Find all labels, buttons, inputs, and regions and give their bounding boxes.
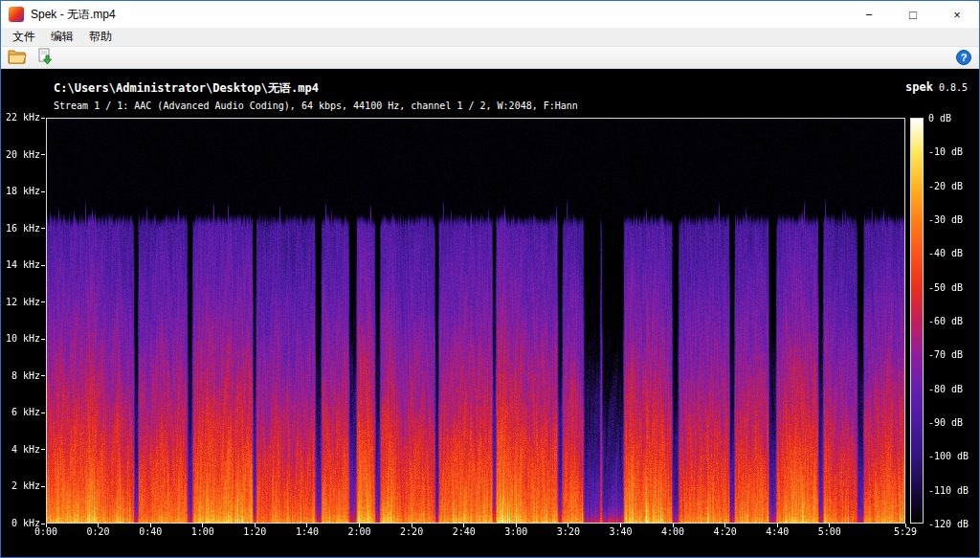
freq-tick [41,191,45,192]
db-legend-bar [910,118,924,524]
time-label: 4:40 [766,527,789,537]
time-tick [359,524,360,527]
db-label: -110 dB [928,486,969,496]
spectrogram-plot [46,118,905,524]
db-label: -30 dB [928,215,963,225]
app-version: 0.8.5 [939,82,968,93]
freq-label: 6 kHz [1,408,40,417]
save-button[interactable] [36,48,54,68]
spectrogram-panel: C:\Users\Administrator\Desktop\无语.mp4 sp… [1,69,979,557]
toolbar: ? [1,47,979,69]
time-tick [463,524,464,527]
db-label: -60 dB [928,317,963,326]
freq-tick [41,301,45,302]
spek-window: Spek - 无语.mp4 − □ × 文件编辑帮助 [0,0,980,558]
stream-info: Stream 1 / 1: AAC (Advanced Audio Coding… [54,100,578,111]
help-button[interactable]: ? [956,50,971,65]
time-label: 3:20 [557,527,580,537]
window-controls: − □ × [847,1,979,28]
freq-tick [41,118,45,119]
time-label: 5:29 [894,527,917,537]
close-button[interactable]: × [935,1,979,28]
app-name: spek [905,80,933,94]
time-label: 4:00 [661,527,684,537]
time-label: 5:00 [818,527,841,537]
db-label: -10 dB [928,147,963,157]
file-path: C:\Users\Administrator\Desktop\无语.mp4 [54,80,319,97]
save-icon [36,48,54,68]
menu-help[interactable]: 帮助 [81,27,120,47]
time-label: 2:40 [453,527,476,537]
time-tick [412,524,412,527]
db-label: -80 dB [928,385,963,394]
db-label: -20 dB [928,182,963,191]
time-tick [673,524,674,527]
open-file-button[interactable] [8,49,27,67]
time-tick [620,524,621,527]
time-tick [46,524,47,527]
time-label: 0:40 [139,527,162,537]
time-tick [202,524,203,527]
freq-label: 22 kHz [1,113,40,123]
time-tick [150,524,151,527]
db-label: -120 dB [928,520,969,529]
time-tick [568,524,568,527]
menubar: 文件编辑帮助 [1,28,979,47]
db-label: -90 dB [928,418,963,428]
freq-tick [41,375,45,376]
app-icon [9,7,24,22]
time-label: 1:40 [296,527,319,537]
time-label: 1:20 [243,527,266,537]
titlebar: Spek - 无语.mp4 − □ × [1,1,979,28]
time-label: 2:00 [347,527,370,537]
time-label: 0:20 [87,527,110,537]
time-tick [777,524,778,527]
time-label: 1:00 [191,527,214,537]
freq-label: 20 kHz [1,150,40,160]
freq-label: 12 kHz [1,298,40,307]
time-tick [724,524,725,527]
freq-label: 14 kHz [1,260,40,270]
db-label: -100 dB [928,452,969,461]
menu-file[interactable]: 文件 [5,27,43,47]
freq-tick [41,449,45,450]
db-label: -50 dB [928,283,963,293]
freq-tick [41,228,45,229]
db-label: -40 dB [928,249,963,258]
time-tick [306,524,307,527]
menu-edit[interactable]: 编辑 [43,27,81,47]
freq-label: 4 kHz [1,445,40,455]
freq-tick [41,413,45,413]
time-label: 3:00 [504,527,527,537]
time-tick [516,524,517,527]
freq-label: 10 kHz [1,334,40,344]
app-brand: spek 0.8.5 [905,80,968,94]
time-tick [255,524,256,527]
minimize-button[interactable]: − [847,1,891,28]
time-label: 0:00 [34,527,57,537]
time-tick [905,524,906,527]
open-folder-icon [8,49,27,67]
db-label: -70 dB [928,350,963,360]
freq-label: 2 kHz [1,481,40,491]
freq-tick [41,486,45,487]
time-tick [829,524,830,527]
freq-label: 16 kHz [1,224,40,234]
time-label: 3:40 [609,527,632,537]
freq-label: 18 kHz [1,187,40,196]
db-label: 0 dB [928,114,951,123]
freq-label: 8 kHz [1,371,40,381]
window-title: Spek - 无语.mp4 [31,7,116,23]
spectrogram-canvas [47,119,904,523]
freq-tick [41,524,45,525]
time-tick [98,524,99,527]
freq-tick [41,339,45,340]
freq-label: 0 kHz [1,519,40,528]
freq-tick [41,265,45,266]
freq-tick [41,154,45,155]
time-label: 2:20 [400,527,423,537]
time-label: 4:20 [714,527,737,537]
maximize-button[interactable]: □ [891,1,935,28]
help-icon: ? [961,53,968,63]
